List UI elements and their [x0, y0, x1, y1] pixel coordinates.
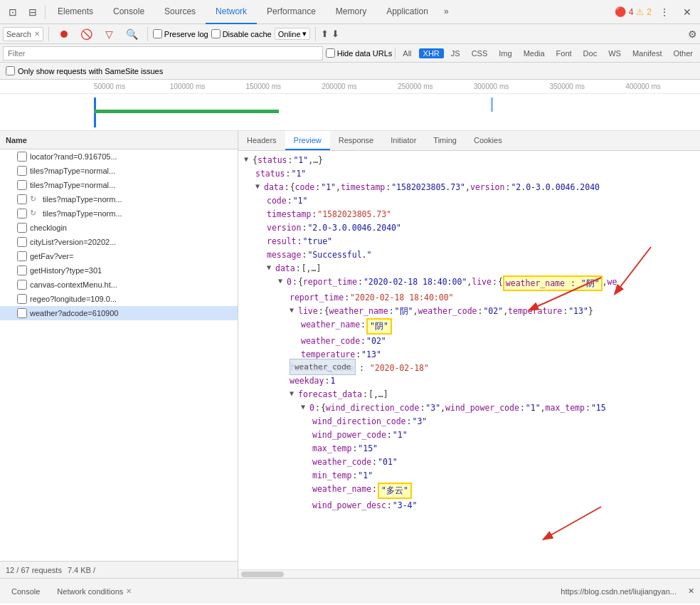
- settings-icon[interactable]: ⚙: [688, 28, 697, 40]
- tab-timing[interactable]: Timing: [425, 131, 465, 150]
- expand-arrow[interactable]: ▼: [290, 388, 298, 399]
- filter-ws-btn[interactable]: WS: [604, 48, 625, 58]
- import-icon[interactable]: ⬆: [321, 28, 329, 39]
- tooltip-weather-name-1: weather_name : "阴": [503, 275, 603, 291]
- tab-initiator[interactable]: Initiator: [382, 131, 425, 150]
- weather-name-box-2: "多云": [378, 483, 412, 498]
- expand-arrow[interactable]: ▼: [267, 262, 275, 273]
- filter-img-btn[interactable]: Img: [494, 48, 516, 58]
- filter-manifest-btn[interactable]: Manifest: [628, 48, 667, 58]
- request-checkbox[interactable]: [17, 166, 27, 176]
- request-checkbox[interactable]: [17, 251, 27, 261]
- filter-doc-btn[interactable]: Doc: [579, 48, 602, 58]
- filter-css-btn[interactable]: CSS: [467, 48, 492, 58]
- list-item[interactable]: canvas-contextMenu.ht...: [0, 278, 238, 292]
- list-item[interactable]: regeo?longitude=109.0...: [0, 292, 238, 306]
- ruler-tick-4: 200000 ms: [320, 83, 396, 90]
- json-line: min_temp : "1": [244, 469, 694, 483]
- request-checkbox[interactable]: [17, 209, 27, 219]
- filter-font-btn[interactable]: Font: [552, 48, 576, 58]
- filter-input[interactable]: [3, 46, 323, 60]
- refresh-icon: ↻: [30, 209, 40, 219]
- record-button[interactable]: [54, 24, 74, 44]
- horizontal-scrollbar[interactable]: [238, 569, 700, 578]
- list-item[interactable]: ↻ tiles?mapType=norm...: [0, 192, 238, 206]
- ruler-tick-2: 100000 ms: [169, 83, 245, 90]
- network-conditions-close[interactable]: ✕: [126, 587, 132, 595]
- disable-cache-input[interactable]: [211, 29, 221, 38]
- expand-arrow[interactable]: ▼: [244, 154, 253, 165]
- network-filter-toolbar: Search ✕ 🚫 ▽ 🔍 Preserve log Disable cach…: [0, 24, 700, 44]
- list-item-selected[interactable]: weather?adcode=610900: [0, 306, 238, 320]
- filter-icon[interactable]: ▽: [100, 24, 120, 44]
- tab-sources[interactable]: Sources: [154, 0, 206, 24]
- request-checkbox[interactable]: [17, 237, 27, 247]
- scrollbar-thumb[interactable]: [241, 572, 284, 577]
- tab-console[interactable]: Console: [103, 0, 154, 24]
- ruler-tick-3: 150000 ms: [245, 83, 321, 90]
- disable-cache-checkbox[interactable]: Disable cache: [211, 29, 272, 38]
- request-checkbox[interactable]: [17, 152, 27, 162]
- preserve-log-input[interactable]: [153, 29, 162, 38]
- list-item[interactable]: ↻ tiles?mapType=norm...: [0, 206, 238, 221]
- request-checkbox[interactable]: [17, 223, 27, 233]
- search-close-icon[interactable]: ✕: [34, 30, 40, 38]
- json-line: status : "1": [244, 167, 694, 181]
- list-item[interactable]: getFav?ver=: [0, 249, 238, 263]
- filter-type-toolbar: Hide data URLs All XHR JS CSS Img Media …: [0, 44, 700, 63]
- search-icon[interactable]: 🔍: [122, 24, 142, 44]
- tab-network[interactable]: Network: [206, 0, 257, 24]
- tab-more[interactable]: »: [438, 0, 455, 24]
- requests-list[interactable]: locator?rand=0.916705... tiles?mapType=n…: [0, 149, 238, 561]
- filter-js-btn[interactable]: JS: [447, 48, 465, 58]
- name-column-header: Name: [6, 136, 27, 144]
- list-item[interactable]: getHistory?type=301: [0, 263, 238, 278]
- weather-name-box: "阴": [366, 318, 392, 334]
- resize-icon[interactable]: ⊡: [3, 2, 23, 22]
- preserve-log-checkbox[interactable]: Preserve log: [153, 29, 208, 38]
- request-checkbox[interactable]: [17, 180, 27, 190]
- tab-application[interactable]: Application: [376, 0, 438, 24]
- filter-media-btn[interactable]: Media: [519, 48, 549, 58]
- request-checkbox[interactable]: [17, 265, 27, 275]
- tab-preview[interactable]: Preview: [285, 131, 330, 150]
- tab-performance[interactable]: Performance: [257, 0, 326, 24]
- status-error-close[interactable]: ✕: [688, 586, 694, 596]
- request-checkbox[interactable]: [17, 308, 27, 318]
- export-icon[interactable]: ⬇: [332, 28, 339, 39]
- list-item[interactable]: locator?rand=0.916705...: [0, 149, 238, 164]
- tab-elements[interactable]: Elements: [48, 0, 103, 24]
- throttle-select[interactable]: Online ▾: [275, 28, 310, 40]
- request-checkbox[interactable]: [17, 280, 27, 290]
- request-checkbox[interactable]: [17, 194, 27, 204]
- throttle-arrow: ▾: [302, 29, 307, 38]
- console-tab[interactable]: Console: [6, 584, 46, 599]
- json-preview[interactable]: ▼ { status : "1" ,…} status : "1" ▼ data…: [238, 151, 700, 569]
- tab-headers[interactable]: Headers: [238, 131, 285, 150]
- preview-panel: Headers Preview Response Initiator Timin…: [238, 131, 700, 578]
- more-options-icon[interactable]: ⋮: [654, 2, 674, 22]
- tab-memory[interactable]: Memory: [326, 0, 376, 24]
- list-item[interactable]: tiles?mapType=normal...: [0, 178, 238, 192]
- expand-arrow[interactable]: ▼: [278, 275, 287, 287]
- tab-cookies[interactable]: Cookies: [465, 131, 511, 150]
- expand-arrow[interactable]: ▼: [301, 401, 309, 413]
- list-item[interactable]: cityList?version=20202...: [0, 235, 238, 249]
- network-conditions-tab[interactable]: Network conditions ✕: [51, 584, 137, 599]
- filter-other-btn[interactable]: Other: [669, 48, 697, 58]
- samesite-checkbox[interactable]: [6, 66, 15, 75]
- filter-all-btn[interactable]: All: [398, 48, 415, 58]
- dock-icon[interactable]: ⊟: [23, 2, 43, 22]
- list-item[interactable]: tiles?mapType=normal...: [0, 164, 238, 178]
- list-item[interactable]: checklogin: [0, 221, 238, 235]
- expand-arrow[interactable]: ▼: [290, 305, 298, 316]
- status-bar: Console Network conditions ✕ https://blo…: [0, 578, 700, 604]
- clear-button[interactable]: 🚫: [77, 24, 97, 44]
- close-devtools-icon[interactable]: ✕: [677, 2, 697, 22]
- expand-arrow[interactable]: ▼: [255, 181, 264, 192]
- hide-data-urls-input[interactable]: [326, 48, 335, 58]
- request-checkbox[interactable]: [17, 294, 27, 304]
- hide-data-urls-checkbox[interactable]: Hide data URLs: [326, 48, 393, 58]
- tab-response[interactable]: Response: [330, 131, 383, 150]
- filter-xhr-btn[interactable]: XHR: [419, 48, 444, 58]
